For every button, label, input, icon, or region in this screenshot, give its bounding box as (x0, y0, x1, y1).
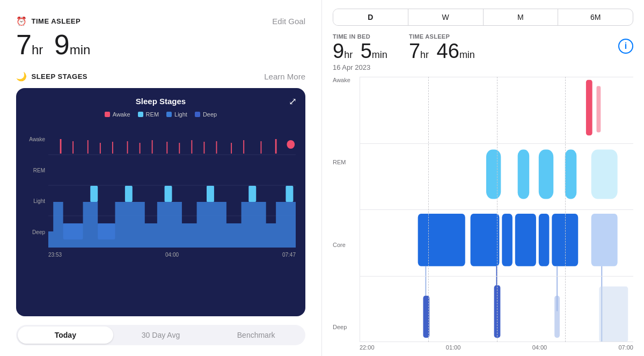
clock-icon: ⏰ (16, 16, 27, 26)
y-label-awake: Awake (26, 136, 48, 142)
time-asleep-block: TIME ASLEEP 7hr 46min (409, 33, 475, 61)
y-label-rem: REM (26, 168, 48, 173)
svg-rect-8 (207, 186, 214, 202)
chart-x-labels: 23:53 04:00 07:47 (48, 250, 296, 258)
moon-icon: 🌙 (16, 71, 27, 82)
v-dashed-2 (497, 77, 497, 342)
x-label-mid: 04:00 (165, 252, 179, 258)
right-chart-area (360, 77, 633, 342)
bed-hr-unit: hr (344, 49, 353, 60)
right-y-core: Core (333, 242, 360, 248)
time-in-bed-block: TIME IN BED 9hr 5min (333, 33, 387, 61)
period-tab-d[interactable]: D (333, 9, 408, 25)
right-sleep-minutes: 46 (437, 40, 459, 62)
svg-rect-38 (502, 214, 513, 266)
period-tab-w[interactable]: W (408, 9, 484, 25)
sleep-hr-unit: hr (32, 42, 43, 57)
sleep-stages-header: 🌙 SLEEP STAGES Learn More (16, 71, 305, 82)
svg-rect-40 (539, 214, 550, 266)
svg-rect-30 (596, 86, 601, 132)
learn-more-button[interactable]: Learn More (264, 72, 305, 81)
right-x-label-0400: 04:00 (532, 344, 547, 351)
bottom-tabs: Today 30 Day Avg Benchmark (16, 325, 305, 345)
right-x-label-2200: 22:00 (360, 344, 375, 351)
chart-y-labels: Awake REM Light Deep (26, 124, 48, 258)
legend-dot-awake (105, 112, 110, 117)
bed-hours: 9 (333, 40, 344, 62)
legend-label-deep: Deep (203, 111, 217, 118)
legend-dot-light (166, 112, 172, 117)
right-y-rem: REM (333, 159, 360, 165)
sleep-stages-title: 🌙 SLEEP STAGES (16, 71, 87, 82)
y-label-light: Light (26, 198, 48, 204)
right-chart-inner: Awake REM Core Deep (333, 77, 633, 342)
expand-icon[interactable]: ⤢ (289, 96, 297, 107)
sleep-minutes: 9 (54, 29, 70, 60)
sleep-stages-svg (48, 124, 296, 248)
svg-rect-49 (554, 296, 560, 338)
time-in-bed-value: 9hr 5min (333, 41, 387, 61)
right-panel: D W M 6M TIME IN BED 9hr 5min TIME ASLEE… (322, 0, 644, 356)
legend-dot-rem (138, 112, 143, 117)
svg-rect-29 (586, 80, 592, 135)
svg-rect-9 (248, 186, 256, 202)
time-asleep-right-label: TIME ASLEEP (409, 33, 475, 40)
sleep-stages-chart-card: Sleep Stages ⤢ Awake REM Light Deep (16, 88, 305, 316)
time-asleep-value: 7hr 9min (16, 31, 305, 59)
right-y-labels: Awake REM Core Deep (333, 77, 360, 342)
sleep-hours: 7 (16, 29, 32, 60)
right-chart: Awake REM Core Deep (333, 77, 633, 351)
svg-rect-36 (418, 214, 465, 266)
legend-light: Light (166, 111, 187, 118)
y-label-deep: Deep (26, 229, 48, 235)
tab-30day[interactable]: 30 Day Avg (113, 326, 209, 344)
svg-rect-37 (471, 214, 500, 266)
chart-legend: Awake REM Light Deep (26, 111, 296, 118)
svg-rect-42 (591, 214, 618, 266)
sleep-min-unit: min (70, 42, 91, 57)
right-sleep-hr-unit: hr (420, 49, 429, 60)
legend-awake: Awake (105, 111, 130, 118)
chart-svg: 23:53 04:00 07:47 (48, 124, 296, 258)
svg-rect-6 (125, 186, 133, 202)
period-tab-m[interactable]: M (484, 9, 559, 25)
v-dashed-3 (565, 77, 566, 342)
bed-min-unit: min (372, 49, 387, 60)
right-y-deep: Deep (333, 324, 360, 330)
time-asleep-title: ⏰ TIME ASLEEP (16, 16, 80, 26)
v-dashed-1 (428, 77, 429, 342)
right-x-label-0700: 07:00 (618, 344, 633, 351)
time-asleep-label: TIME ASLEEP (32, 17, 81, 25)
right-sleep-min-unit: min (459, 49, 475, 60)
period-tabs: D W M 6M (333, 9, 633, 26)
time-asleep-right-value: 7hr 46min (409, 41, 475, 61)
date-label: 16 Apr 2023 (333, 63, 633, 71)
edit-goal-button[interactable]: Edit Goal (272, 17, 305, 26)
tab-today[interactable]: Today (18, 326, 113, 344)
svg-rect-50 (599, 287, 628, 342)
chart-title: Sleep Stages (26, 97, 296, 106)
svg-point-28 (287, 140, 295, 149)
svg-rect-34 (565, 150, 577, 199)
legend-label-awake: Awake (113, 111, 130, 118)
stats-row: TIME IN BED 9hr 5min TIME ASLEEP 7hr 46m… (333, 33, 633, 61)
right-x-labels: 22:00 01:00 04:00 07:00 (333, 344, 633, 351)
x-label-start: 23:53 (48, 252, 62, 258)
sleep-stages-label: SLEEP STAGES (32, 72, 88, 81)
legend-label-rem: REM (146, 111, 159, 118)
svg-rect-7 (165, 186, 172, 202)
svg-rect-32 (518, 150, 530, 199)
left-panel: ⏰ TIME ASLEEP Edit Goal 7hr 9min 🌙 SLEEP… (0, 0, 322, 356)
time-asleep-header: ⏰ TIME ASLEEP Edit Goal (16, 16, 305, 26)
bed-minutes: 5 (361, 40, 372, 62)
right-y-awake: Awake (333, 77, 360, 83)
svg-rect-35 (591, 150, 618, 199)
svg-rect-10 (286, 186, 294, 202)
info-button[interactable]: i (618, 39, 633, 54)
tab-benchmark[interactable]: Benchmark (208, 326, 304, 344)
right-sleep-hours: 7 (409, 40, 420, 62)
svg-rect-33 (539, 150, 553, 199)
svg-rect-5 (90, 186, 98, 202)
period-tab-6m[interactable]: 6M (558, 9, 633, 25)
x-label-end: 07:47 (282, 252, 296, 258)
